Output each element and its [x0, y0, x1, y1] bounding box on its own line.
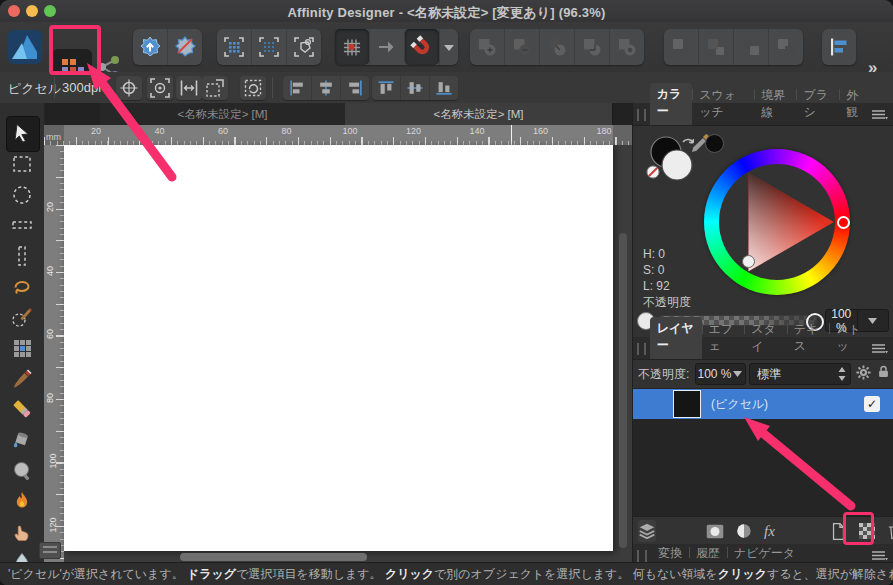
lasso-tool[interactable]: [9, 274, 35, 300]
flood-fill-tool[interactable]: [9, 427, 35, 453]
divider: [272, 77, 273, 98]
smudge-tool[interactable]: [9, 519, 35, 545]
assistant-flower-slash-button[interactable]: [167, 29, 202, 65]
delete-layer-icon[interactable]: [888, 523, 893, 539]
vertical-scrollbar[interactable]: [619, 233, 627, 548]
affinity-designer-window: Affinity Designer - <名称未設定> [変更あり] (96.3…: [0, 0, 893, 585]
transform-selection-button[interactable]: [286, 29, 321, 65]
blur-tool[interactable]: [9, 549, 35, 562]
align-bottom-button[interactable]: [429, 76, 458, 100]
ellipse-marquee-tool[interactable]: [9, 182, 35, 208]
align-middle-v-button[interactable]: [400, 76, 429, 100]
flood-select-tool[interactable]: [9, 335, 35, 361]
panel-menu-icon[interactable]: [872, 344, 888, 354]
layers-stack-icon[interactable]: [638, 520, 656, 542]
rect-marquee-tool[interactable]: [9, 151, 35, 177]
move-tool[interactable]: [9, 120, 35, 146]
blend-mode-dropdown[interactable]: 標準: [749, 363, 851, 385]
layer-visibility-checkbox[interactable]: ✓: [864, 396, 880, 412]
panel-menu-icon[interactable]: [872, 551, 888, 561]
align-left-button[interactable]: [283, 76, 311, 100]
main-toolbar: »: [0, 22, 893, 73]
color-panel-tab[interactable]: 境界線: [754, 84, 796, 125]
color-panel-tab[interactable]: カラー: [650, 83, 693, 125]
scale-selection-icon: [177, 76, 201, 100]
view-corner-widget[interactable]: [39, 542, 61, 559]
designer-persona-icon[interactable]: [8, 30, 42, 64]
horizontal-ruler[interactable]: mm 20406080100120140160180: [44, 125, 632, 146]
color-panel-tab[interactable]: 外観: [839, 84, 872, 125]
lock-icon[interactable]: [876, 364, 891, 380]
arrange-backward-icon: [739, 35, 763, 59]
dpi-value[interactable]: 300dpi: [62, 80, 101, 95]
assistant-flower-up-button[interactable]: [133, 29, 167, 65]
layer-name: (ピクセル): [711, 396, 768, 413]
blend-mode-value: 標準: [757, 366, 838, 383]
panel-menu-icon[interactable]: [872, 110, 888, 120]
color-panel-tab[interactable]: スウォッチ: [692, 84, 754, 125]
snap-selection-button[interactable]: [217, 29, 251, 65]
transform-corner-button[interactable]: [202, 76, 228, 100]
bool-add-button: [470, 29, 504, 65]
burn-tool[interactable]: [9, 488, 35, 514]
align-right-button[interactable]: [340, 76, 369, 100]
dropdown-arrow-icon: [437, 35, 461, 59]
fill-swatch[interactable]: [642, 134, 694, 182]
title-bar: Affinity Designer - <名称未設定> [変更あり] (96.3…: [0, 0, 893, 23]
gear-icon[interactable]: [855, 364, 872, 381]
layers-opacity-value: 100 %: [696, 367, 733, 381]
status-text: 'ピクセル'が選択されています。: [8, 567, 187, 581]
canvas[interactable]: [64, 145, 613, 551]
selected-layer-row[interactable]: (ピクセル) ✓: [633, 389, 893, 419]
pixel-grid-button[interactable]: [335, 29, 369, 65]
layers-panel-tab[interactable]: レイヤー: [650, 317, 702, 359]
status-text: で別のオブジェクトを選択します。 何もない領域を: [434, 567, 718, 581]
burn-tool-icon: [10, 489, 34, 513]
layers-panel-tab[interactable]: ストッ: [829, 318, 872, 359]
snap-center-button[interactable]: [116, 76, 142, 100]
dodge-tool[interactable]: [9, 458, 35, 484]
mask-layer-icon[interactable]: [706, 524, 724, 539]
dropdown-arrow-button[interactable]: [439, 29, 458, 65]
stepper-icon: [838, 367, 846, 381]
arrange-front-button: [664, 29, 698, 65]
layer-effects-icon[interactable]: fx: [764, 523, 775, 540]
magnet-button[interactable]: [404, 29, 439, 65]
show-selection-button[interactable]: [147, 76, 173, 100]
selection-brush-tool[interactable]: [9, 304, 35, 330]
hue-selector[interactable]: [837, 216, 850, 229]
column-marquee-tool[interactable]: [9, 243, 35, 269]
panel-grip-icon[interactable]: [637, 550, 647, 562]
color-wheel[interactable]: [704, 149, 850, 295]
layers-panel-tab[interactable]: エフェ: [702, 318, 745, 359]
hsl-readout: H: 0 S: 0 L: 92: [643, 247, 670, 295]
rotate-selection-button[interactable]: [240, 76, 266, 100]
row-marquee-tool[interactable]: [9, 212, 35, 238]
scale-selection-button[interactable]: [176, 76, 202, 100]
blur-tool-icon: [10, 550, 34, 562]
adjustment-layer-icon[interactable]: [736, 523, 752, 539]
snap-selection-fine-button[interactable]: [251, 29, 286, 65]
layers-panel-tab[interactable]: スタイ: [744, 318, 787, 359]
document-area: <名称未設定> [M]<名称未設定> [M] mm 20406080100120…: [0, 103, 632, 562]
panel-grip-icon[interactable]: [637, 343, 646, 355]
panel-grip-icon[interactable]: [637, 109, 646, 121]
erase-brush-tool[interactable]: [9, 396, 35, 422]
triangle-selector[interactable]: [742, 255, 755, 268]
paint-brush-tool[interactable]: [9, 366, 35, 392]
align-top-button[interactable]: [372, 76, 400, 100]
color-panel-tab[interactable]: ブラシ: [796, 84, 839, 125]
alignment-button[interactable]: [822, 29, 856, 65]
horizontal-scrollbar[interactable]: [180, 553, 367, 561]
vertical-ruler[interactable]: 20406080100120: [44, 145, 65, 562]
document-tab[interactable]: <名称未設定> [M]: [100, 103, 346, 125]
align-center-h-button[interactable]: [311, 76, 340, 100]
h-ruler-label: 160: [533, 126, 548, 136]
smudge-tool-icon: [10, 520, 34, 544]
layer-thumbnail[interactable]: [673, 390, 701, 418]
layers-panel-tab[interactable]: テキス: [787, 318, 830, 359]
layers-opacity-dropdown[interactable]: 100 %: [695, 363, 746, 385]
arrange-forward-icon: [704, 35, 728, 59]
flood-fill-tool-icon: [10, 428, 34, 452]
document-tab[interactable]: <名称未設定> [M]: [345, 103, 613, 125]
